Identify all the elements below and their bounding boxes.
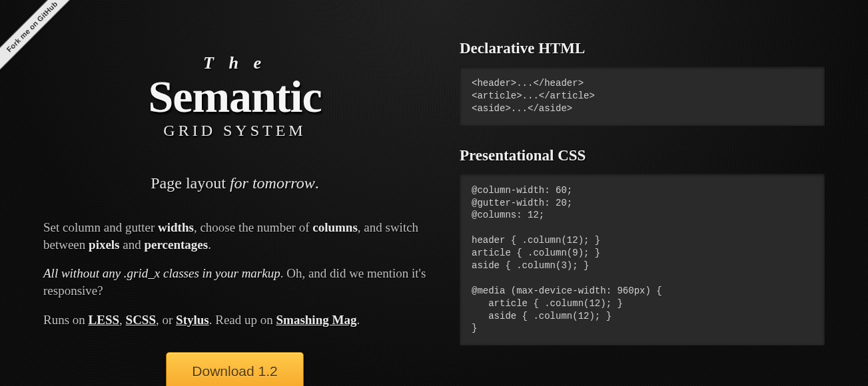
hero-grid-system: GRID SYSTEM: [43, 122, 426, 140]
page-container: T h e Semantic GRID SYSTEM Page layout f…: [0, 0, 868, 386]
em-gridx: All without any .grid_x classes in your …: [43, 266, 280, 280]
section-title-html: Declarative HTML: [460, 40, 825, 57]
copy-p1: Set column and gutter widths, choose the…: [43, 219, 426, 253]
text: .: [356, 313, 360, 327]
strong-columns: columns: [312, 220, 358, 234]
text: .: [208, 238, 211, 252]
link-scss[interactable]: SCSS: [126, 313, 156, 327]
section-title-css: Presentational CSS: [460, 147, 825, 164]
code-html: <header>...</header> <article>...</artic…: [460, 67, 825, 126]
strong-pixels: pixels: [89, 238, 119, 252]
link-smashing[interactable]: Smashing Mag: [276, 313, 357, 327]
tagline-prefix: Page layout: [151, 174, 230, 192]
text: and: [120, 238, 145, 252]
copy-p3: Runs on LESS, SCSS, or Stylus. Read up o…: [43, 311, 426, 329]
copy: Set column and gutter widths, choose the…: [43, 219, 426, 328]
copy-p2: All without any .grid_x classes in your …: [43, 265, 426, 299]
tagline-suffix: .: [315, 174, 319, 192]
hero-semantic: Semantic: [43, 71, 426, 123]
link-stylus[interactable]: Stylus: [176, 313, 209, 327]
tagline-em: for tomorrow: [230, 174, 315, 192]
text: , or: [156, 313, 176, 327]
right-column: Declarative HTML <header>...</header> <a…: [460, 40, 825, 386]
hero-title: T h e Semantic GRID SYSTEM: [43, 53, 426, 140]
text: Set column and gutter: [43, 220, 158, 234]
code-css: @column-width: 60; @gutter-width: 20; @c…: [460, 174, 825, 346]
text: . Read up on: [209, 313, 276, 327]
left-column: T h e Semantic GRID SYSTEM Page layout f…: [43, 40, 426, 386]
download-wrap: Download 1.2: [43, 352, 426, 386]
strong-widths: widths: [158, 220, 194, 234]
tagline: Page layout for tomorrow.: [43, 174, 426, 192]
strong-percentages: percentages: [144, 238, 208, 252]
link-less[interactable]: LESS: [89, 313, 119, 327]
text: ,: [119, 313, 126, 327]
text: Runs on: [43, 313, 89, 327]
download-button[interactable]: Download 1.2: [166, 352, 303, 386]
text: , choose the number of: [194, 220, 312, 234]
